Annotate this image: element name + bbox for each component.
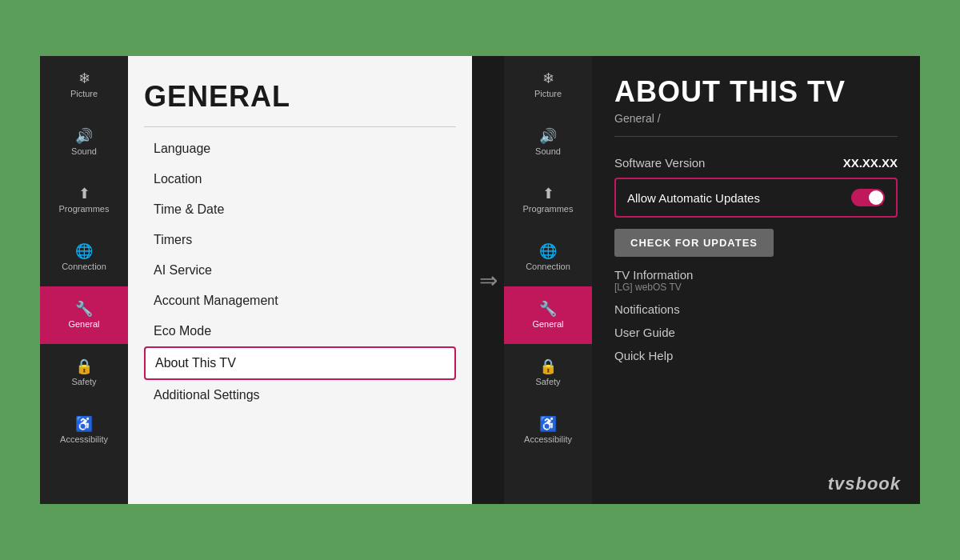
right-sidebar-label-picture: Picture [534,89,562,98]
allow-updates-toggle[interactable] [851,189,885,206]
tv-info-label: TV Information [614,268,898,282]
left-sidebar-label-accessibility: Accessibility [60,434,108,444]
left-sidebar: ❄ Picture 🔊 Sound ⬆ Programmes 🌐 Connect… [40,56,128,504]
right-programmes-icon: ⬆ [542,186,554,201]
left-sidebar-item-picture[interactable]: ❄ Picture [40,56,128,114]
accessibility-icon: ♿ [75,417,93,431]
right-sidebar-item-picture[interactable]: ❄ Picture [504,56,592,114]
menu-item-location[interactable]: Location [144,164,456,194]
left-sidebar-item-connection[interactable]: 🌐 Connection [40,229,128,286]
left-sidebar-label-safety: Safety [71,377,96,386]
left-panel: ❄ Picture 🔊 Sound ⬆ Programmes 🌐 Connect… [40,56,472,504]
arrow-icon: ⇒ [479,267,498,294]
right-picture-icon: ❄ [542,71,554,86]
connection-icon: 🌐 [75,244,93,258]
left-sidebar-label-sound: Sound [71,146,97,156]
right-sidebar-label-general: General [532,319,563,329]
right-sidebar-label-programmes: Programmes [523,204,574,214]
user-guide-link[interactable]: User Guide [614,321,898,344]
tv-info-section: TV Information [LG] webOS TV [614,268,898,293]
left-sidebar-label-connection: Connection [62,262,106,271]
main-menu-title: GENERAL [144,80,456,114]
right-sidebar-item-programmes[interactable]: ⬆ Programmes [504,171,592,229]
menu-item-time-date[interactable]: Time & Date [144,194,456,225]
menu-divider [144,126,456,127]
tv-container: ❄ Picture 🔊 Sound ⬆ Programmes 🌐 Connect… [40,56,920,504]
left-sidebar-label-picture: Picture [70,89,98,98]
notifications-link[interactable]: Notifications [614,298,898,321]
right-sidebar-item-general[interactable]: 🔧 General [504,286,592,344]
main-menu: GENERAL LanguageLocationTime & DateTimer… [128,56,472,504]
tv-info-subtitle: [LG] webOS TV [614,282,898,293]
picture-icon: ❄ [78,71,90,86]
programmes-icon: ⬆ [78,186,90,201]
menu-item-language[interactable]: Language [144,134,456,164]
right-sidebar-item-sound[interactable]: 🔊 Sound [504,114,592,171]
check-updates-button[interactable]: CHECK FOR UPDATES [614,229,774,257]
sound-icon: 🔊 [75,129,93,143]
quick-help-link[interactable]: Quick Help [614,344,898,367]
right-sidebar-item-safety[interactable]: 🔒 Safety [504,344,592,402]
right-sidebar-label-accessibility: Accessibility [524,434,572,444]
right-sidebar: ❄ Picture 🔊 Sound ⬆ Programmes 🌐 Connect… [504,56,592,504]
right-sidebar-label-safety: Safety [535,377,560,386]
software-version-row: Software Version XX.XX.XX [614,148,898,178]
left-sidebar-label-programmes: Programmes [59,204,110,214]
toggle-knob [869,190,883,205]
right-accessibility-icon: ♿ [539,417,557,431]
menu-item-eco-mode[interactable]: Eco Mode [144,316,456,346]
software-version-value: XX.XX.XX [843,156,898,170]
right-connection-icon: 🌐 [539,244,557,258]
menu-item-account-management[interactable]: Account Management [144,286,456,316]
detail-title: ABOUT THIS TV [614,75,898,109]
allow-updates-label: Allow Automatic Updates [627,191,760,205]
right-panel: ❄ Picture 🔊 Sound ⬆ Programmes 🌐 Connect… [504,56,920,504]
general-icon: 🔧 [75,302,93,316]
menu-item-additional-settings[interactable]: Additional Settings [144,380,456,410]
left-sidebar-item-accessibility[interactable]: ♿ Accessibility [40,402,128,459]
menu-item-about-this-tv[interactable]: About This TV [144,346,456,380]
menu-item-timers[interactable]: Timers [144,225,456,255]
right-sidebar-item-connection[interactable]: 🌐 Connection [504,229,592,286]
left-sidebar-item-safety[interactable]: 🔒 Safety [40,344,128,402]
left-sidebar-label-general: General [68,319,99,329]
right-sidebar-item-accessibility[interactable]: ♿ Accessibility [504,402,592,459]
menu-item-ai-service[interactable]: AI Service [144,255,456,286]
right-sidebar-label-sound: Sound [535,146,561,156]
arrow-container: ⇒ [472,56,504,504]
detail-breadcrumb: General / [614,112,898,125]
software-version-label: Software Version [614,156,705,170]
right-safety-icon: 🔒 [539,359,557,374]
watermark: tvsbook [828,474,901,494]
left-sidebar-item-sound[interactable]: 🔊 Sound [40,114,128,171]
allow-updates-row[interactable]: Allow Automatic Updates [614,178,898,218]
right-sidebar-label-connection: Connection [526,262,570,271]
left-sidebar-item-programmes[interactable]: ⬆ Programmes [40,171,128,229]
safety-icon: 🔒 [75,359,93,374]
left-sidebar-item-general[interactable]: 🔧 General [40,286,128,344]
right-sound-icon: 🔊 [539,129,557,143]
detail-divider [614,136,898,137]
detail-panel: ABOUT THIS TV General / Software Version… [592,56,920,504]
right-general-icon: 🔧 [539,302,557,316]
